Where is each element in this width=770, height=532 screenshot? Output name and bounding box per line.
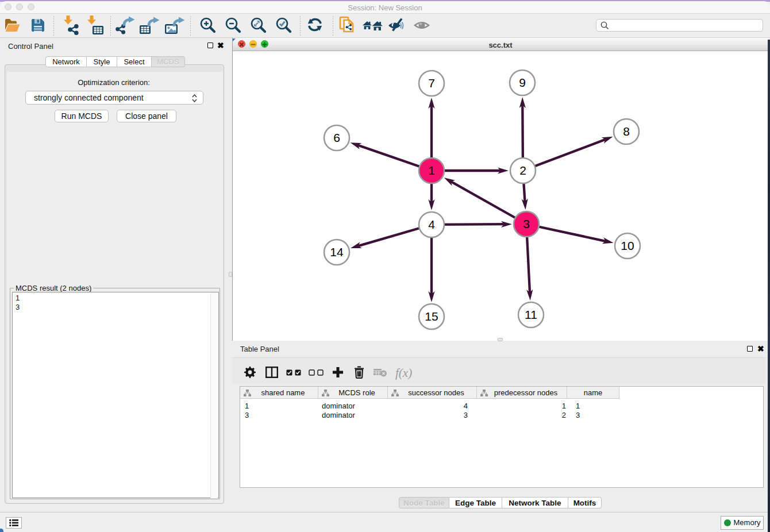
svg-text:8: 8 <box>623 125 630 138</box>
svg-text:11: 11 <box>525 308 537 321</box>
svg-text:7: 7 <box>428 76 435 90</box>
svg-text:15: 15 <box>425 310 438 323</box>
svg-text:14: 14 <box>330 245 344 259</box>
svg-text:10: 10 <box>621 239 634 252</box>
svg-text:1: 1 <box>428 164 435 177</box>
svg-text:4: 4 <box>428 218 435 231</box>
svg-text:3: 3 <box>523 217 530 230</box>
svg-text:2: 2 <box>519 164 526 177</box>
svg-text:9: 9 <box>519 76 526 89</box>
svg-text:6: 6 <box>333 131 340 144</box>
